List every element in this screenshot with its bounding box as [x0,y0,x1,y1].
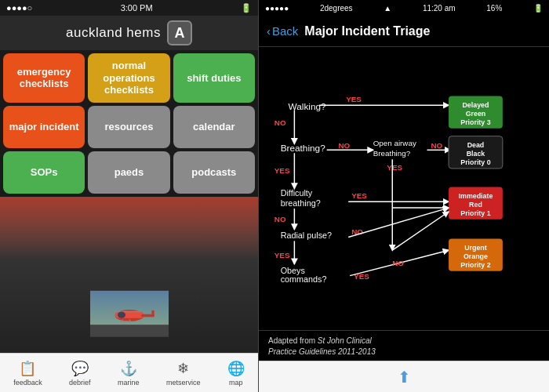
svg-text:Obeys: Obeys [281,266,306,275]
status-bar-left: ●●●●○ 3:00 PM 🔋 [0,0,258,16]
svg-text:YES: YES [274,251,290,260]
svg-text:Priority 2: Priority 2 [460,261,490,269]
svg-text:breathing?: breathing? [281,198,321,208]
btn-sops[interactable]: SOPs [3,151,85,194]
svg-text:Priority 3: Priority 3 [460,118,490,126]
battery-right: 🔋 [533,4,543,13]
right-phone: ●●●●● 2degrees ▲ 11:20 am 16% 🔋 ‹ Back M… [259,0,549,392]
btn-emergency-checklists[interactable]: emergency checklists [3,53,85,103]
svg-text:Breathing?: Breathing? [281,143,325,154]
header-left: auckland hems A [0,16,258,50]
btn-normal-operations[interactable]: normal operations checklists [88,53,169,103]
helicopter-svg [90,290,169,337]
signal-icon-right: ▲ [384,4,391,13]
tab-feedback[interactable]: 📋 feedback [13,360,42,387]
svg-text:Difficulty: Difficulty [281,188,313,198]
svg-text:commands?: commands? [281,274,327,284]
header-right: ‹ Back Major Incident Triage [259,16,549,47]
tab-debrief-label: debrief [69,379,91,387]
svg-text:Dead: Dead [467,141,485,149]
helicopter-background [0,197,258,353]
svg-text:YES: YES [274,166,290,175]
feedback-icon: 📋 [19,360,36,377]
tab-feedback-label: feedback [13,379,42,387]
time-left: 3:00 PM [121,3,153,13]
svg-text:Delayed: Delayed [462,101,489,109]
svg-text:YES: YES [387,163,402,172]
triage-title: Major Incident Triage [304,24,430,38]
btn-resources[interactable]: resources [88,106,169,148]
tab-map[interactable]: 🌐 map [227,360,245,387]
app-logo[interactable]: A [167,20,192,45]
btn-podcasts[interactable]: podcasts [173,151,255,194]
debrief-icon: 💬 [71,360,89,377]
metservice-icon: ❄ [177,360,189,377]
btn-major-incident[interactable]: major incident [3,106,85,148]
carrier-right: 2degrees [320,4,353,13]
svg-point-10 [118,312,125,318]
back-button[interactable]: ‹ Back [267,24,298,38]
svg-text:Breathing?: Breathing? [373,149,411,158]
menu-grid: emergency checklists normal operations c… [0,50,258,197]
battery-percent-right: 16% [486,4,502,13]
svg-text:Orange: Orange [464,252,488,260]
back-chevron-icon: ‹ [267,24,271,38]
svg-text:Priority 0: Priority 0 [460,158,490,166]
footer-citation: Adapted from St John ClinicalPractice Gu… [268,336,540,358]
signal-dots-right: ●●●●● [265,4,289,13]
btn-paeds[interactable]: paeds [88,151,169,194]
time-right: 11:20 am [423,4,456,13]
btn-calendar[interactable]: calendar [173,106,255,148]
marine-icon: ⚓ [120,360,137,377]
svg-rect-5 [151,310,154,317]
svg-text:NO: NO [431,141,442,150]
map-icon: 🌐 [227,360,245,377]
tab-debrief[interactable]: 💬 debrief [69,360,91,387]
logo-letter: A [174,25,184,42]
bg-overlay [0,197,258,260]
tab-map-label: map [229,379,243,387]
svg-text:Immediate: Immediate [459,192,493,200]
bottom-tabs-left: 📋 feedback 💬 debrief ⚓ marine ❄ metservi… [0,353,258,392]
svg-text:YES: YES [346,95,362,103]
svg-line-56 [392,212,449,250]
back-label: Back [272,24,298,38]
battery-left: 🔋 [241,3,252,13]
tab-marine-label: marine [118,379,140,387]
signal-dots: ●●●●○ [6,3,32,13]
triage-content: Walking? YES Delayed Green Priority 3 NO… [259,47,549,330]
tab-marine[interactable]: ⚓ marine [118,360,140,387]
svg-text:NO: NO [338,141,350,150]
tab-metservice-label: metservice [166,379,201,387]
app-title: auckland hems [66,25,161,41]
bottom-bar-right: ⬆ [259,361,549,392]
tab-metservice[interactable]: ❄ metservice [166,360,201,387]
triage-footer: Adapted from St John ClinicalPractice Gu… [259,330,549,361]
share-button[interactable]: ⬆ [398,368,411,387]
svg-text:Urgent: Urgent [464,244,487,252]
svg-text:NO: NO [274,118,286,127]
svg-text:Radial pulse?: Radial pulse? [281,230,332,240]
svg-text:NO: NO [392,259,404,267]
svg-text:Open airway: Open airway [373,139,416,147]
left-phone: ●●●●○ 3:00 PM 🔋 auckland hems A emergenc… [0,0,259,392]
svg-rect-6 [110,311,143,313]
status-bar-right: ●●●●● 2degrees ▲ 11:20 am 16% 🔋 [259,0,549,16]
svg-text:YES: YES [351,191,367,200]
svg-text:Green: Green [466,110,486,118]
btn-shift-duties[interactable]: shift duties [173,53,255,103]
svg-rect-1 [90,325,169,336]
svg-text:Red: Red [469,201,482,209]
svg-text:NO: NO [274,215,286,223]
triage-flowchart-svg: Walking? YES Delayed Green Priority 3 NO… [265,52,543,325]
svg-text:Black: Black [467,150,485,158]
svg-text:Priority 1: Priority 1 [460,209,490,217]
